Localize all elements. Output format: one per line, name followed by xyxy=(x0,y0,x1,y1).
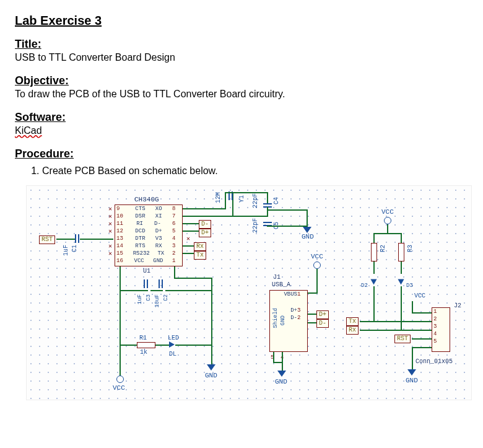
y1-val: 12M xyxy=(215,192,222,203)
r1-ref: R1 xyxy=(139,335,147,341)
c1-val: 1uF xyxy=(63,245,69,256)
led-d2 xyxy=(371,279,377,285)
tag-conn-tx: Tx xyxy=(346,317,359,326)
resistor-r1 xyxy=(137,342,155,348)
procedure-list: Create PCB Based on schematic below. xyxy=(42,165,468,177)
net-vcc-4: VCC xyxy=(414,292,425,299)
net-vcc-2: VCC xyxy=(311,253,323,260)
c3-ref: C3 xyxy=(146,294,152,301)
resistor-r3 xyxy=(398,243,404,261)
objective-body: To draw the PCB of the USB to TTL Conver… xyxy=(15,89,468,100)
tag-rst-left: RST xyxy=(39,235,55,244)
title-label: Title: xyxy=(15,38,468,51)
procedure-label: Procedure: xyxy=(15,147,468,160)
ic-body: 9CTSXO8 10DSRXI7 11RID-6 12DCDD+5 13DTRV… xyxy=(115,204,183,266)
conn-body: 1 2 3 4 5 xyxy=(432,307,450,352)
tag-dplus: D+ xyxy=(199,229,211,237)
conn-name: Conn_01x05 xyxy=(416,358,453,365)
d2-ref: D2 xyxy=(361,283,368,289)
dl-label: LED xyxy=(168,335,179,341)
led-dl xyxy=(169,341,175,348)
resistor-r2 xyxy=(371,243,377,261)
r1-val: 1k xyxy=(140,349,147,356)
ic-ref: U1 xyxy=(143,268,150,275)
net-gnd-1: GND xyxy=(302,233,314,240)
tag-conn-rx: Rx xyxy=(346,326,359,335)
lab-heading: Lab Exercise 3 xyxy=(15,14,468,28)
gnd-symbol-4 xyxy=(407,369,416,376)
gnd-symbol-3 xyxy=(277,371,286,377)
tag-dminus: D- xyxy=(199,220,211,229)
net-gnd-4: GND xyxy=(406,377,418,384)
tag-tx: Tx xyxy=(194,251,206,260)
usb-body: VBUS1 D+3 D-2 Shield GND xyxy=(269,290,308,352)
r3-ref: R3 xyxy=(407,245,414,252)
c4-val: 22pF xyxy=(252,193,259,208)
net-vcc-3: VCC xyxy=(381,208,394,216)
c5-val: 22pF xyxy=(252,218,259,233)
d3-ref: D3 xyxy=(406,283,413,289)
net-vcc-1: VCC xyxy=(113,384,125,392)
net-gnd-3: GND xyxy=(275,378,287,385)
tag-usb-dminus: D- xyxy=(316,319,329,328)
dl-ref: DL xyxy=(169,351,176,358)
gnd-symbol-2 xyxy=(207,364,215,371)
software-body: KiCad xyxy=(15,125,468,136)
y1-ref: Y1 xyxy=(238,195,245,203)
c4-ref: C4 xyxy=(273,197,280,204)
gnd-symbol-1 xyxy=(303,227,311,233)
usb-ref: J1 xyxy=(273,274,281,281)
usb-name: USB_A xyxy=(272,281,290,288)
c1-ref: C1 xyxy=(71,245,78,252)
vcc-symbol-3 xyxy=(384,217,391,224)
vcc-symbol-2 xyxy=(313,261,321,269)
conn-ref: J2 xyxy=(454,302,461,309)
title-body: USB to TTL Converter Board Design xyxy=(15,52,468,63)
schematic-image: CH340G 9CTSXO8 10DSRXI7 11RID-6 12DCDD+5… xyxy=(26,185,472,400)
ic-name: CH340G xyxy=(134,196,159,203)
led-d3 xyxy=(398,279,404,285)
c3-val: 1uF xyxy=(137,294,143,304)
objective-label: Objective: xyxy=(15,74,468,87)
net-gnd-2: GND xyxy=(205,372,217,379)
c2-val: 10uF xyxy=(154,294,160,308)
procedure-item: Create PCB Based on schematic below. xyxy=(42,165,468,177)
tag-rx: Rx xyxy=(194,242,206,251)
software-label: Software: xyxy=(15,111,468,124)
vcc-symbol-1 xyxy=(116,376,124,383)
tag-conn-rst: RST xyxy=(394,335,411,343)
c2-ref: C2 xyxy=(163,294,169,301)
tag-usb-dplus: D+ xyxy=(316,310,329,319)
r2-ref: R2 xyxy=(380,245,386,252)
